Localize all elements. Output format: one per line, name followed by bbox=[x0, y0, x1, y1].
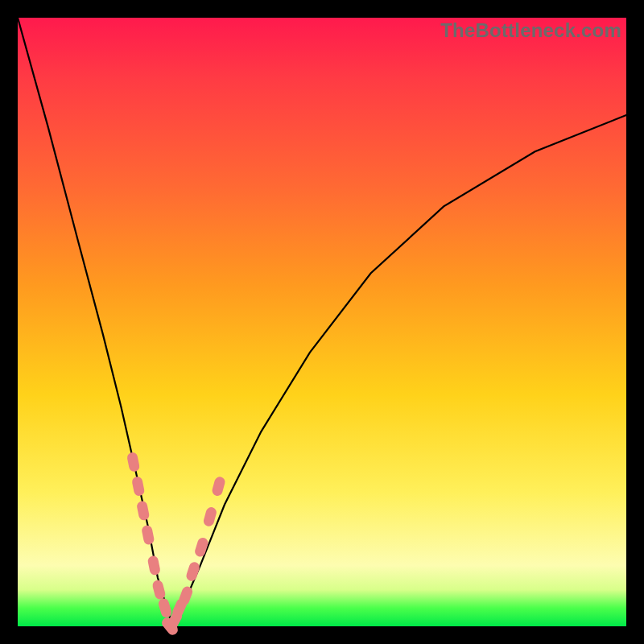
bottleneck-curve bbox=[18, 18, 626, 626]
marker-pill bbox=[141, 525, 155, 546]
marker-pill bbox=[211, 476, 226, 497]
plot-area: TheBottleneck.com bbox=[18, 18, 626, 626]
marker-pill bbox=[202, 506, 217, 528]
marker-pill bbox=[147, 555, 161, 576]
chart-frame: TheBottleneck.com bbox=[0, 0, 644, 644]
marker-pill bbox=[157, 597, 172, 619]
marker-group bbox=[126, 452, 226, 638]
marker-pill bbox=[151, 579, 167, 600]
marker-pill bbox=[126, 452, 140, 473]
chart-svg bbox=[18, 18, 626, 626]
marker-pill bbox=[136, 500, 150, 521]
marker-pill bbox=[131, 476, 145, 497]
